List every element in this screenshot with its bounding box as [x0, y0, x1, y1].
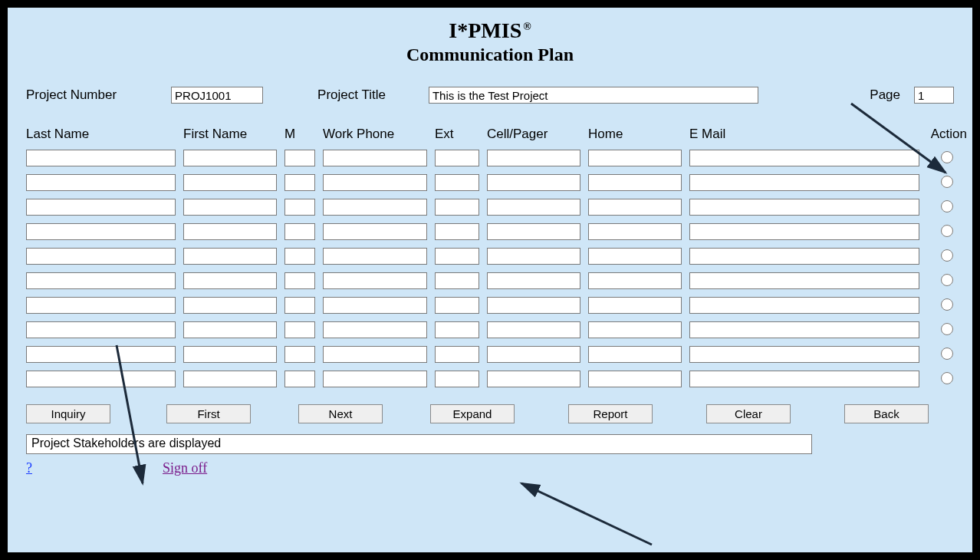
cell-pager-input[interactable]: [487, 346, 580, 363]
cell-pager-input[interactable]: [487, 248, 580, 265]
report-button[interactable]: Report: [568, 404, 653, 423]
last-name-input[interactable]: [26, 272, 176, 289]
last-name-input[interactable]: [26, 199, 176, 216]
cell-pager-input[interactable]: [487, 199, 580, 216]
first-name-input[interactable]: [183, 297, 277, 314]
action-radio[interactable]: [941, 298, 953, 311]
cell-pager-input[interactable]: [487, 223, 580, 240]
next-button[interactable]: Next: [298, 404, 383, 423]
last-name-input[interactable]: [26, 371, 176, 387]
first-name-input[interactable]: [183, 174, 277, 191]
first-name-input[interactable]: [183, 371, 277, 387]
email-input[interactable]: [689, 150, 919, 166]
m-input[interactable]: [284, 321, 315, 338]
email-input[interactable]: [689, 297, 919, 314]
action-radio[interactable]: [941, 225, 953, 237]
email-input[interactable]: [689, 223, 919, 240]
first-name-input[interactable]: [183, 150, 277, 166]
last-name-input[interactable]: [26, 346, 176, 363]
action-radio[interactable]: [941, 323, 953, 335]
home-input[interactable]: [588, 248, 682, 265]
home-input[interactable]: [588, 346, 682, 363]
action-radio[interactable]: [941, 151, 953, 163]
ext-input[interactable]: [435, 321, 479, 338]
email-input[interactable]: [689, 371, 919, 387]
ext-input[interactable]: [435, 371, 479, 387]
ext-input[interactable]: [435, 248, 479, 265]
m-input[interactable]: [284, 371, 315, 387]
inquiry-button[interactable]: Inquiry: [26, 404, 110, 423]
last-name-input[interactable]: [26, 150, 176, 166]
ext-input[interactable]: [435, 297, 479, 314]
first-button[interactable]: First: [166, 404, 251, 423]
ext-input[interactable]: [435, 223, 479, 240]
home-input[interactable]: [588, 371, 682, 387]
home-input[interactable]: [588, 223, 682, 240]
back-button[interactable]: Back: [844, 404, 929, 423]
last-name-input[interactable]: [26, 223, 176, 240]
home-input[interactable]: [588, 321, 682, 338]
action-radio[interactable]: [941, 176, 953, 188]
home-input[interactable]: [588, 174, 682, 191]
m-input[interactable]: [284, 174, 315, 191]
project-number-input[interactable]: [171, 87, 263, 104]
work-phone-input[interactable]: [323, 223, 427, 240]
last-name-input[interactable]: [26, 297, 176, 314]
email-input[interactable]: [689, 248, 919, 265]
email-input[interactable]: [689, 199, 919, 216]
ext-input[interactable]: [435, 150, 479, 166]
email-input[interactable]: [689, 272, 919, 289]
last-name-input[interactable]: [26, 321, 176, 338]
cell-pager-input[interactable]: [487, 321, 580, 338]
clear-button[interactable]: Clear: [706, 404, 791, 423]
action-radio[interactable]: [941, 372, 953, 384]
signoff-link[interactable]: Sign off: [163, 460, 207, 476]
last-name-input[interactable]: [26, 248, 176, 265]
ext-input[interactable]: [435, 346, 479, 363]
m-input[interactable]: [284, 150, 315, 166]
first-name-input[interactable]: [183, 223, 277, 240]
home-input[interactable]: [588, 272, 682, 289]
home-input[interactable]: [588, 199, 682, 216]
cell-pager-input[interactable]: [487, 371, 580, 387]
work-phone-input[interactable]: [323, 248, 427, 265]
action-radio[interactable]: [941, 200, 953, 212]
cell-pager-input[interactable]: [487, 150, 580, 166]
expand-button[interactable]: Expand: [430, 404, 515, 423]
home-input[interactable]: [588, 297, 682, 314]
first-name-input[interactable]: [183, 248, 277, 265]
ext-input[interactable]: [435, 174, 479, 191]
work-phone-input[interactable]: [323, 174, 427, 191]
project-title-input[interactable]: [429, 87, 758, 104]
ext-input[interactable]: [435, 272, 479, 289]
m-input[interactable]: [284, 346, 315, 363]
first-name-input[interactable]: [183, 272, 277, 289]
work-phone-input[interactable]: [323, 346, 427, 363]
work-phone-input[interactable]: [323, 297, 427, 314]
m-input[interactable]: [284, 272, 315, 289]
m-input[interactable]: [284, 297, 315, 314]
ext-input[interactable]: [435, 199, 479, 216]
home-input[interactable]: [588, 150, 682, 166]
first-name-input[interactable]: [183, 199, 277, 216]
cell-pager-input[interactable]: [487, 174, 580, 191]
page-input[interactable]: [914, 87, 954, 104]
first-name-input[interactable]: [183, 346, 277, 363]
first-name-input[interactable]: [183, 321, 277, 338]
email-input[interactable]: [689, 346, 919, 363]
m-input[interactable]: [284, 199, 315, 216]
email-input[interactable]: [689, 174, 919, 191]
action-radio[interactable]: [941, 348, 953, 360]
work-phone-input[interactable]: [323, 199, 427, 216]
cell-pager-input[interactable]: [487, 297, 580, 314]
work-phone-input[interactable]: [323, 272, 427, 289]
help-link[interactable]: ?: [26, 460, 32, 476]
action-radio[interactable]: [941, 274, 953, 286]
work-phone-input[interactable]: [323, 321, 427, 338]
m-input[interactable]: [284, 248, 315, 265]
cell-pager-input[interactable]: [487, 272, 580, 289]
work-phone-input[interactable]: [323, 371, 427, 387]
work-phone-input[interactable]: [323, 150, 427, 166]
last-name-input[interactable]: [26, 174, 176, 191]
action-radio[interactable]: [941, 249, 953, 262]
